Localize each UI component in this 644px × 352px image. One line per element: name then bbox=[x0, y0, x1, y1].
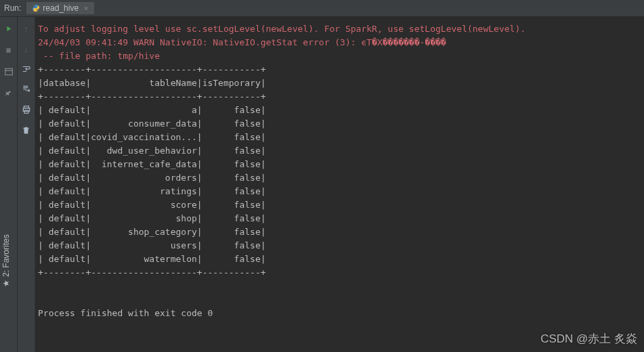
layout-icon[interactable] bbox=[0, 66, 18, 78]
favorites-toolwindow-tab[interactable]: ★ 2: Favorites bbox=[0, 230, 12, 291]
run-label: Run: bbox=[4, 3, 21, 13]
table-row: | default| dwd_user_behavior| false| bbox=[38, 144, 639, 158]
table-row: | default| ratings| false| bbox=[38, 185, 639, 198]
run-tab[interactable]: read_hive × bbox=[26, 2, 93, 14]
run-toolwindow-header: Run: read_hive × bbox=[0, 0, 644, 17]
run-gutter-right: ↑ ↓ bbox=[18, 17, 35, 352]
table-row: | default| score| false| bbox=[38, 198, 639, 212]
python-file-icon bbox=[32, 4, 40, 12]
soft-wrap-icon[interactable] bbox=[18, 63, 35, 75]
table-row: | default| orders| false| bbox=[38, 171, 639, 185]
table-row: | default|covid_vaccination...| false| bbox=[38, 131, 639, 144]
watermark: CSDN @赤土 炙焱 bbox=[540, 331, 637, 347]
content-wrap: ↑ ↓ To adjust logging level use sc.setLo… bbox=[0, 17, 644, 352]
stop-icon[interactable] bbox=[0, 44, 18, 56]
down-arrow-icon[interactable]: ↓ bbox=[18, 43, 35, 55]
table-row: | default| users| false| bbox=[38, 239, 639, 252]
table-row: | default| shop| false| bbox=[38, 212, 639, 225]
table-row: | default| consumer_data| false| bbox=[38, 117, 639, 131]
log-line: 24/04/03 09:41:49 WARN NativeIO: NativeI… bbox=[38, 36, 639, 49]
rerun-icon[interactable] bbox=[0, 22, 18, 35]
blank-line bbox=[38, 280, 639, 293]
star-icon: ★ bbox=[1, 280, 11, 287]
run-tab-label: read_hive bbox=[43, 3, 79, 13]
table-border: +--------+--------------------+---------… bbox=[38, 90, 639, 104]
table-row: | default| a| false| bbox=[38, 104, 639, 117]
trash-icon[interactable] bbox=[18, 124, 35, 136]
table-border: +--------+--------------------+---------… bbox=[38, 63, 639, 76]
scroll-to-end-icon[interactable] bbox=[18, 83, 35, 95]
print-icon[interactable] bbox=[18, 104, 35, 116]
console-output[interactable]: To adjust logging level use sc.setLogLev… bbox=[35, 17, 644, 352]
close-icon[interactable]: × bbox=[84, 4, 88, 12]
table-header: |database| tableName|isTemporary| bbox=[38, 76, 639, 90]
run-gutter-left bbox=[0, 17, 18, 352]
table-row: | default| shop_category| false| bbox=[38, 225, 639, 239]
up-arrow-icon[interactable]: ↑ bbox=[18, 22, 35, 35]
svg-rect-0 bbox=[6, 48, 10, 52]
blank-line bbox=[38, 293, 639, 307]
pin-icon[interactable] bbox=[0, 87, 18, 100]
table-row: | default| internet_cafe_data| false| bbox=[38, 158, 639, 171]
log-line: To adjust logging level use sc.setLogLev… bbox=[38, 22, 639, 36]
svg-rect-1 bbox=[5, 68, 12, 74]
log-line: -- file path: tmp/hive bbox=[38, 49, 639, 63]
table-row: | default| watermelon| false| bbox=[38, 252, 639, 266]
table-rows: | default| a| false|| default| consumer_… bbox=[38, 104, 639, 266]
exit-line: Process finished with exit code 0 bbox=[38, 307, 639, 320]
favorites-label: 2: Favorites bbox=[1, 234, 11, 277]
table-border: +--------+--------------------+---------… bbox=[38, 266, 639, 280]
